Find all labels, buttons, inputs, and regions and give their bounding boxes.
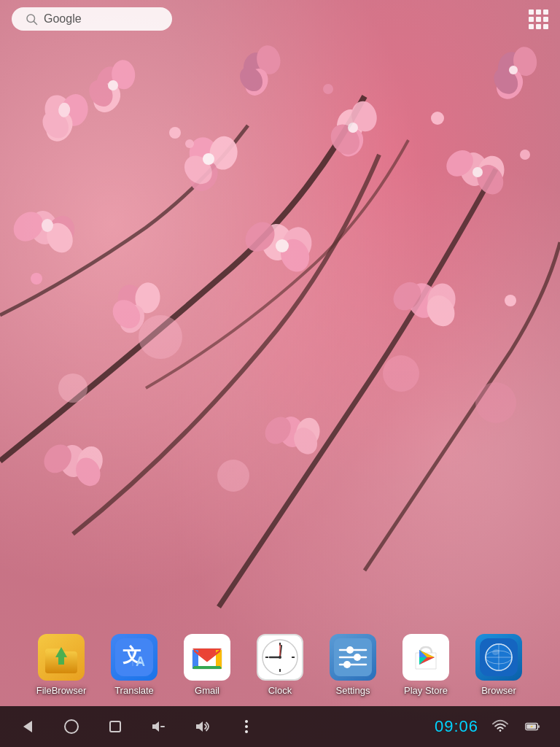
app-filebrowser[interactable]: FileBrowser xyxy=(28,634,94,696)
browser-svg-icon xyxy=(480,638,518,676)
wifi-icon xyxy=(492,719,508,735)
app-gmail[interactable]: Gmail xyxy=(174,634,240,696)
browser-label: Browser xyxy=(481,685,516,696)
status-clock: 09:06 xyxy=(435,717,478,736)
svg-point-24 xyxy=(348,123,358,133)
svg-point-71 xyxy=(505,295,516,306)
svg-point-63 xyxy=(475,382,516,423)
apps-grid-button[interactable] xyxy=(529,9,548,29)
top-bar: Google xyxy=(0,0,560,38)
svg-point-122 xyxy=(499,729,502,732)
svg-text:A: A xyxy=(136,654,145,669)
nav-bar: 09:06 xyxy=(0,706,560,747)
volume-up-icon xyxy=(194,718,211,735)
svg-point-61 xyxy=(383,355,419,392)
svg-point-65 xyxy=(169,127,181,139)
recents-button[interactable] xyxy=(105,716,125,737)
clock-icon-img xyxy=(257,634,303,681)
svg-point-66 xyxy=(185,139,194,148)
svg-marker-121 xyxy=(196,721,203,732)
app-playstore[interactable]: Play Store xyxy=(393,634,459,696)
browser-icon-img xyxy=(475,634,522,681)
svg-line-73 xyxy=(34,21,36,24)
nav-status-right: 09:06 xyxy=(435,716,542,737)
svg-point-103 xyxy=(354,654,361,661)
nav-buttons-left xyxy=(18,716,257,737)
svg-point-105 xyxy=(343,661,351,668)
app-settings[interactable]: Settings xyxy=(320,634,386,696)
gmail-label: Gmail xyxy=(195,685,219,696)
back-button[interactable] xyxy=(18,716,38,737)
gmail-icon-img xyxy=(184,634,230,681)
svg-marker-116 xyxy=(23,721,32,732)
filebrowser-label: FileBrowser xyxy=(36,685,87,696)
svg-point-62 xyxy=(58,374,88,403)
back-icon xyxy=(19,718,36,735)
settings-svg-icon xyxy=(334,638,372,676)
filebrowser-icon-img xyxy=(38,634,85,681)
google-search-bar[interactable]: Google xyxy=(12,7,172,31)
clock-svg-icon xyxy=(261,638,299,676)
svg-point-34 xyxy=(509,66,518,74)
menu-dots-icon xyxy=(245,720,248,733)
translate-svg-icon: 文 A xyxy=(115,638,153,676)
svg-point-39 xyxy=(276,239,289,252)
clock-label: Clock xyxy=(268,685,292,696)
svg-point-14 xyxy=(42,219,53,232)
folder-icon xyxy=(42,638,80,676)
svg-point-101 xyxy=(346,646,354,654)
wifi-status xyxy=(490,716,510,737)
volume-down-button[interactable] xyxy=(149,716,169,737)
playstore-svg-icon xyxy=(407,638,445,676)
translate-icon-img: 文 A xyxy=(111,634,158,681)
app-translate[interactable]: 文 A Translate xyxy=(101,634,167,696)
translate-label: Translate xyxy=(114,685,154,696)
volume-down-icon xyxy=(150,718,168,735)
recents-icon xyxy=(106,718,124,735)
search-icon xyxy=(25,12,38,26)
svg-point-9 xyxy=(108,80,118,90)
svg-marker-119 xyxy=(152,721,159,732)
svg-point-60 xyxy=(139,315,182,359)
app-clock[interactable]: Clock xyxy=(247,634,313,696)
svg-point-68 xyxy=(431,112,444,125)
svg-point-117 xyxy=(65,720,78,733)
settings-icon-img xyxy=(330,634,376,681)
playstore-label: Play Store xyxy=(404,685,448,696)
battery-status xyxy=(522,716,542,737)
dock: FileBrowser 文 A Translate xyxy=(0,627,560,703)
svg-point-69 xyxy=(520,150,530,160)
svg-point-29 xyxy=(472,167,483,177)
home-button[interactable] xyxy=(61,716,82,737)
battery-icon xyxy=(524,719,540,735)
home-icon xyxy=(63,718,80,735)
playstore-icon-img xyxy=(402,634,449,681)
svg-point-64 xyxy=(217,460,249,492)
svg-rect-124 xyxy=(537,725,540,728)
volume-up-button[interactable] xyxy=(192,716,213,737)
svg-point-98 xyxy=(279,656,281,659)
svg-point-70 xyxy=(31,273,42,285)
google-search-label: Google xyxy=(44,12,82,26)
svg-point-19 xyxy=(203,153,214,165)
svg-rect-118 xyxy=(110,721,120,732)
menu-button[interactable] xyxy=(236,716,257,737)
app-browser[interactable]: Browser xyxy=(466,634,532,696)
gmail-svg-icon xyxy=(188,638,226,676)
svg-point-67 xyxy=(323,84,333,94)
settings-label: Settings xyxy=(336,685,370,696)
